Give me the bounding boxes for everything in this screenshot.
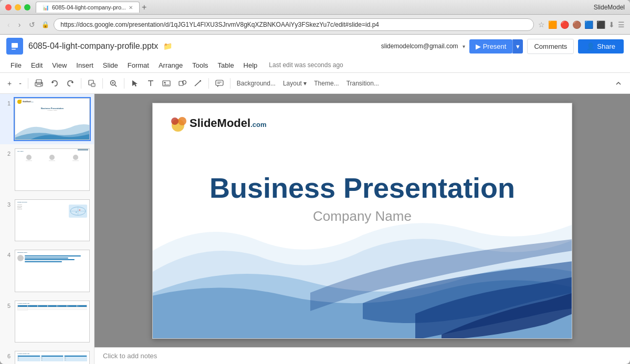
slide-1-preview: SlideModel.com Business Presentation Com…	[15, 98, 90, 140]
slide-thumbnail-5[interactable]: 5 7 Columns Sample Slide ColColColColCol…	[0, 296, 94, 347]
svg-point-19	[164, 82, 165, 83]
menu-icon[interactable]: ☰	[618, 20, 625, 29]
menu-table[interactable]: Table	[214, 60, 238, 70]
toolbar-separator-1	[28, 78, 28, 89]
line-tool[interactable]	[191, 77, 205, 90]
image-tool[interactable]	[159, 77, 174, 90]
back-button[interactable]: ‹	[5, 18, 12, 31]
text-tool[interactable]	[143, 77, 158, 90]
reload-button[interactable]: ↺	[27, 18, 37, 31]
play-icon: ▶	[476, 42, 481, 50]
menu-bar: File Edit View Insert Slide Format Arran…	[0, 58, 630, 72]
extension-icon-4[interactable]: 🟦	[584, 20, 593, 29]
active-slide-canvas[interactable]: SlideModel.com Business Presentation Com…	[152, 103, 572, 339]
zoom-out-button[interactable]: -	[16, 77, 25, 90]
menu-help[interactable]: Help	[239, 60, 262, 70]
bookmark-icon[interactable]: ☆	[538, 20, 545, 29]
comments-button[interactable]: Comments	[527, 39, 574, 54]
undo-button[interactable]	[47, 77, 62, 90]
svg-rect-2	[12, 49, 16, 50]
svg-point-33	[76, 211, 77, 212]
menu-slide[interactable]: Slide	[99, 60, 122, 70]
menu-edit[interactable]: Edit	[27, 60, 47, 70]
window-close-button[interactable]	[5, 4, 12, 10]
file-folder-icon[interactable]: 📁	[163, 42, 172, 50]
svg-marker-7	[52, 81, 54, 83]
window-maximize-button[interactable]	[24, 4, 30, 10]
slide-thumbnail-4[interactable]: 4 Individual Skills	[0, 245, 94, 296]
browser-tab[interactable]: 📊 6085-04-light-company-pro... ✕	[36, 2, 140, 13]
svg-point-32	[79, 209, 80, 211]
slide-5-preview: 7 Columns Sample Slide ColColColColColCo…	[15, 301, 90, 342]
svg-rect-3	[36, 80, 41, 83]
slide-logo: SlideModel.com	[169, 114, 266, 133]
menu-view[interactable]: View	[48, 60, 71, 70]
extension-icon-5[interactable]: ⬛	[596, 20, 605, 29]
slide-thumbnail-6[interactable]: 6 3 Columns Sample Slide texttexttext te…	[0, 347, 94, 364]
slide-thumbnail-1[interactable]: 1 SlideModel.com Business Presentation C…	[0, 94, 94, 144]
toolbar-separator-5	[208, 78, 209, 89]
extension-icon-3[interactable]: 🟤	[572, 20, 581, 29]
present-button[interactable]: ▶ Present	[469, 39, 513, 53]
tab-bar: 📊 6085-04-light-company-pro... ✕ +	[36, 2, 594, 13]
zoom-button[interactable]	[106, 77, 121, 90]
svg-rect-10	[91, 83, 95, 87]
user-dropdown-icon[interactable]: ▾	[463, 44, 465, 49]
menu-tools[interactable]: Tools	[188, 60, 212, 70]
extension-icon-2[interactable]: 🔴	[560, 20, 569, 29]
address-input[interactable]	[54, 18, 534, 31]
slide-canvas-area[interactable]: SlideModel.com Business Presentation Com…	[94, 94, 630, 347]
notes-bar[interactable]: Click to add notes	[94, 347, 630, 364]
forward-button[interactable]: ›	[16, 18, 23, 31]
file-name: 6085-04-light-company-profile.pptx	[28, 41, 158, 51]
main-content: 1 SlideModel.com Business Presentation C…	[0, 94, 630, 364]
layout-button[interactable]: Layout ▾	[280, 78, 310, 89]
svg-marker-28	[217, 85, 219, 87]
svg-marker-20	[163, 83, 170, 86]
svg-marker-15	[132, 80, 138, 87]
svg-point-35	[178, 117, 186, 125]
tab-label: 6085-04-light-company-pro...	[52, 4, 125, 10]
tab-close-icon[interactable]: ✕	[129, 5, 133, 10]
extension-icon-1[interactable]: 🟧	[548, 20, 557, 29]
toolbar-separator-3	[102, 78, 103, 89]
slide-4-preview: Individual Skills	[15, 250, 90, 292]
transition-button[interactable]: Transition...	[343, 78, 382, 89]
slide-logo-text: SlideModel.com	[190, 116, 266, 130]
menu-insert[interactable]: Insert	[72, 60, 98, 70]
cursor-tool[interactable]	[128, 77, 142, 90]
slide-title[interactable]: Business Presentation	[153, 172, 572, 204]
slide-panel[interactable]: 1 SlideModel.com Business Presentation C…	[0, 94, 94, 364]
app-header: 6085-04-light-company-profile.pptx 📁 sli…	[0, 35, 630, 73]
paint-format-button[interactable]	[85, 77, 99, 90]
slide-thumbnail-3[interactable]: 3 Global Services Lorem ipsumdolor sit a…	[0, 195, 94, 245]
menu-file[interactable]: File	[6, 60, 26, 70]
menu-arrange[interactable]: Arrange	[154, 60, 187, 70]
print-button[interactable]	[32, 77, 46, 90]
present-dropdown-button[interactable]: ▾	[512, 39, 523, 53]
header-actions: slidemodelcom@gmail.com ▾ ▶ Present ▾ Co…	[381, 39, 624, 54]
present-button-group: ▶ Present ▾	[469, 39, 523, 53]
svg-point-36	[171, 117, 178, 125]
slide-wave-background	[153, 209, 572, 338]
menu-format[interactable]: Format	[123, 60, 153, 70]
window-minimize-button[interactable]	[15, 4, 21, 10]
svg-line-12	[114, 84, 117, 87]
share-button[interactable]: 👤 Share	[578, 39, 624, 53]
editing-area: SlideModel.com Business Presentation Com…	[94, 94, 630, 364]
last-edit-status: Last edit was seconds ago	[269, 61, 343, 69]
theme-button[interactable]: Theme...	[311, 78, 342, 89]
download-icon[interactable]: ⬇	[608, 20, 615, 29]
new-tab-button[interactable]: +	[142, 3, 146, 12]
zoom-in-button[interactable]: +	[4, 77, 15, 90]
collapse-toolbar-button[interactable]	[611, 77, 626, 90]
redo-button[interactable]	[63, 77, 78, 90]
slide-thumbnail-2[interactable]: 2 Our Team	[0, 144, 94, 195]
shape-tool[interactable]	[175, 77, 190, 90]
background-button[interactable]: Background...	[234, 78, 279, 89]
app-title-bar: 6085-04-light-company-profile.pptx 📁 sli…	[0, 35, 630, 58]
svg-rect-25	[216, 80, 223, 85]
address-bar: ‹ › ↺ 🔒 ☆ 🟧 🔴 🟤 🟦 ⬛ ⬇ ☰	[0, 15, 630, 35]
ssl-lock-icon: 🔒	[41, 21, 49, 28]
comment-tool[interactable]	[212, 77, 227, 90]
